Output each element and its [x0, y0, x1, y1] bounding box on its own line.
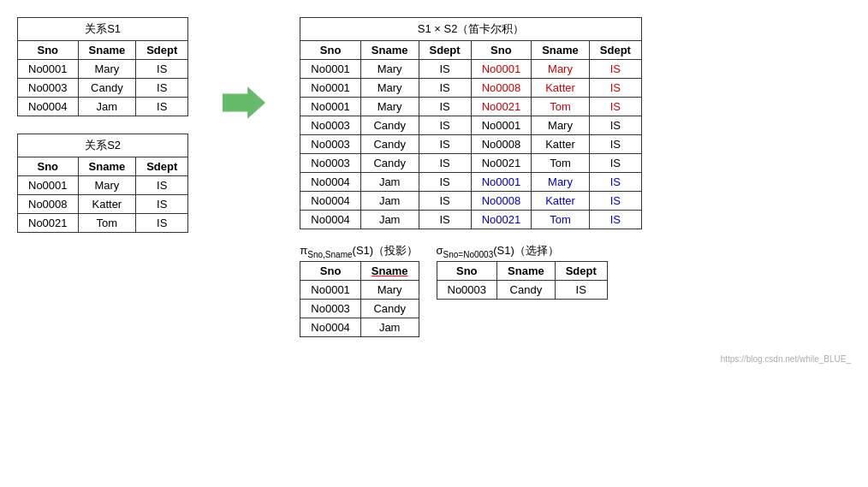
s2-header-sdept: Sdept — [136, 157, 188, 176]
right-panel: S1 × S2（笛卡尔积） Sno Sname Sdept Sno Sname … — [300, 17, 851, 364]
table-row: No0004JamISNo0001MaryIS — [300, 173, 642, 192]
table-row: No0003CandyIS — [437, 280, 607, 299]
table-row: No0001MaryISNo0008KatterIS — [300, 79, 642, 98]
cartesian-table: S1 × S2（笛卡尔积） Sno Sname Sdept Sno Sname … — [300, 17, 642, 229]
table-row: No0001MaryIS — [18, 60, 188, 79]
s1-header-sdept: Sdept — [136, 41, 188, 60]
table-row: No0004JamIS — [18, 98, 188, 116]
projection-formula: πSno,Sname(S1)（投影） — [300, 243, 419, 259]
s1-table-container: 关系S1 Sno Sname Sdept No0001MaryISNo0003C… — [17, 17, 188, 116]
table-row: No0001MaryISNo0021TomIS — [300, 98, 642, 116]
table-row: No0003CandyIS — [18, 79, 188, 98]
cart-h2: Sname — [360, 41, 419, 60]
watermark: https://blog.csdn.net/while_BLUE_ — [300, 354, 851, 364]
cart-h3: Sdept — [419, 41, 471, 60]
table-row: No0003CandyISNo0021TomIS — [300, 154, 642, 173]
proj-h1: Sno — [300, 261, 361, 280]
cart-h5: Sname — [532, 41, 590, 60]
table-row: No0008KatterIS — [18, 195, 188, 214]
cart-h1: Sno — [300, 41, 361, 60]
right-bottom: πSno,Sname(S1)（投影） Sno Sname No0001MaryN… — [300, 243, 851, 337]
arrow-container — [223, 17, 265, 120]
table-row: No0003CandyISNo0001MaryIS — [300, 116, 642, 135]
table-row: No0003CandyISNo0008KatterIS — [300, 135, 642, 154]
table-row: No0021TomIS — [18, 214, 188, 233]
table-row: No0004JamISNo0021TomIS — [300, 211, 642, 229]
table-row: No0004JamISNo0008KatterIS — [300, 192, 642, 211]
table-row: No0003Candy — [300, 299, 419, 318]
table-row: No0001MaryIS — [18, 176, 188, 195]
selection-formula: σSno=No0003(S1)（选择） — [437, 243, 608, 259]
cart-h4: Sno — [471, 41, 532, 60]
cart-h6: Sdept — [589, 41, 641, 60]
left-panel: 关系S1 Sno Sname Sdept No0001MaryISNo0003C… — [17, 17, 188, 233]
cartesian-title: S1 × S2（笛卡尔积） — [300, 18, 642, 41]
s1-header-sname: Sname — [78, 41, 136, 60]
table-row: No0001MaryISNo0001MaryIS — [300, 60, 642, 79]
s1-title: 关系S1 — [18, 18, 188, 41]
sel-h3: Sdept — [555, 261, 607, 280]
s2-table: 关系S2 Sno Sname Sdept No0001MaryISNo0008K… — [17, 134, 188, 233]
table-row: No0004Jam — [300, 318, 419, 336]
selection-table: Sno Sname Sdept No0003CandyIS — [437, 261, 608, 300]
cartesian-table-container: S1 × S2（笛卡尔积） Sno Sname Sdept Sno Sname … — [300, 17, 851, 229]
svg-marker-0 — [223, 86, 265, 119]
s1-header-sno: Sno — [18, 41, 79, 60]
sel-h2: Sname — [497, 261, 556, 280]
s2-table-container: 关系S2 Sno Sname Sdept No0001MaryISNo0008K… — [17, 134, 188, 233]
s2-title: 关系S2 — [18, 134, 188, 157]
right-arrow-icon — [223, 86, 265, 120]
table-row: No0001Mary — [300, 280, 419, 299]
main-layout: 关系S1 Sno Sname Sdept No0001MaryISNo0003C… — [17, 17, 851, 364]
s2-header-sno: Sno — [18, 157, 79, 176]
proj-h2: Sname — [360, 261, 419, 280]
selection-table-container: σSno=No0003(S1)（选择） Sno Sname Sdept No00… — [437, 243, 608, 300]
projection-table-container: πSno,Sname(S1)（投影） Sno Sname No0001MaryN… — [300, 243, 419, 337]
projection-table: Sno Sname No0001MaryNo0003CandyNo0004Jam — [300, 261, 419, 337]
s1-table: 关系S1 Sno Sname Sdept No0001MaryISNo0003C… — [17, 17, 188, 116]
s2-header-sname: Sname — [78, 157, 136, 176]
sel-h1: Sno — [437, 261, 497, 280]
